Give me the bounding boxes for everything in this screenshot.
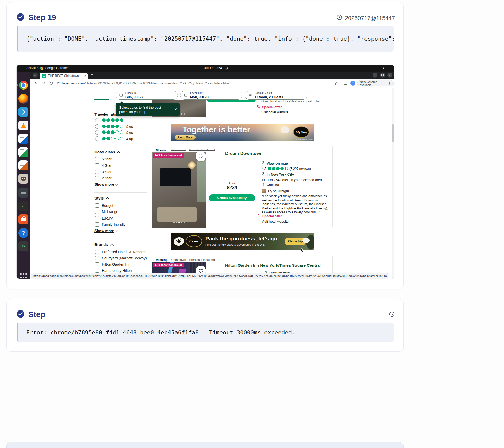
rating-dots [268, 167, 288, 170]
window-close-button[interactable]: × [387, 73, 392, 78]
ad1-legal: © 2025 Mars Or Affiliates [296, 139, 313, 140]
peek-check-availability-button[interactable] [207, 100, 256, 102]
rooms-guests-pill[interactable]: Rooms/Guests1 Room, 2 Guests [245, 91, 307, 100]
style-show-more[interactable]: Show more [95, 229, 117, 233]
tooltip-close-icon[interactable]: ✕ [174, 107, 177, 111]
address-bar[interactable]: tripadvisor.com/Hotels-g60763-zfa3,9,917… [62, 81, 322, 85]
check-availability-button[interactable]: Check availability [209, 194, 255, 201]
forward-icon[interactable] [42, 81, 46, 86]
checkbox[interactable] [95, 216, 99, 220]
price-block: from $234 [209, 182, 255, 190]
chevron-up-icon [110, 244, 114, 247]
checkbox[interactable] [95, 203, 99, 208]
activities-button[interactable]: Activities [26, 66, 39, 70]
update-chrome-chip[interactable]: New Chrome available⋮ [357, 80, 394, 86]
radio[interactable] [95, 118, 99, 122]
tab-close-icon[interactable]: × [84, 74, 86, 78]
filter-hampton[interactable]: Hampton by Hilton [95, 268, 132, 273]
filter-mid-range[interactable]: Mid-range [95, 209, 118, 214]
checkout-pill[interactable]: Check OutMon, Jul 28 [180, 91, 242, 100]
checkbox[interactable] [95, 157, 99, 161]
kebab-menu-icon[interactable]: ⋮ [388, 82, 391, 85]
dock-terminal-icon[interactable]: >_ [18, 201, 28, 211]
carousel-dots[interactable] [152, 222, 206, 223]
back-icon[interactable] [34, 81, 38, 86]
chevron-down-icon [115, 229, 118, 232]
review-quote: “The sleek yet funky design and ambiance… [262, 194, 330, 215]
rating-filter-2[interactable]: & up [95, 136, 133, 141]
price-drop-badge: 17% less than usual [153, 263, 184, 267]
radio[interactable] [95, 124, 99, 129]
view-on-map-link[interactable]: View on map [262, 161, 288, 166]
checkbox[interactable] [95, 222, 99, 227]
dock-recycle-icon[interactable]: ♻ [18, 241, 28, 251]
filter-hilton-garden-inn[interactable]: Hilton Garden Inn [95, 262, 130, 266]
radio[interactable] [95, 130, 99, 135]
hotel-name[interactable]: Dream Downtown [225, 151, 263, 156]
dock-chrome-icon[interactable] [18, 80, 28, 90]
checkbox[interactable] [95, 262, 99, 266]
mydog-ad-banner[interactable]: Together is better Learn More MyDog © 20… [171, 124, 314, 141]
dock-help-icon[interactable]: ? [18, 228, 28, 238]
side-panel-icon[interactable] [343, 81, 348, 86]
checkbox[interactable] [95, 269, 99, 273]
radio[interactable] [95, 136, 99, 141]
window-maximize-button[interactable] [380, 73, 385, 78]
speaker-icon[interactable] [382, 66, 386, 71]
rating-filter-3[interactable]: & up [95, 130, 133, 135]
ad1-learn-more-button[interactable]: Learn More [175, 135, 196, 140]
hotel-class-show-more[interactable]: Show more [95, 182, 117, 186]
reload-icon[interactable] [49, 81, 53, 86]
rating-filter-5[interactable] [95, 118, 126, 122]
filter-luxury[interactable]: Luxury [95, 216, 113, 220]
hotel-card-dream-downtown: Missing:ChinatownBreakfast included 14% … [152, 146, 333, 227]
app-grid-icon[interactable] [18, 273, 28, 279]
dock-gimp-icon[interactable] [18, 174, 28, 184]
filter-courtyard[interactable]: Courtyard (Marriott Bonvoy) [95, 256, 147, 260]
checkbox[interactable] [95, 176, 99, 180]
window-minimize-button[interactable]: – [373, 73, 377, 78]
dock-vlc-icon[interactable] [18, 121, 28, 130]
dock-impress-icon[interactable] [18, 160, 28, 170]
tab-search-chevron[interactable] [33, 73, 38, 78]
power-icon[interactable] [388, 66, 392, 71]
bookmark-star-icon[interactable] [334, 81, 338, 86]
hotel-class-heading[interactable]: Hotel class [95, 150, 120, 154]
filter-budget[interactable]: Budget [95, 203, 113, 208]
dock-software-icon[interactable] [18, 214, 28, 224]
hotel-name[interactable]: Hilton Garden Inn New York/Times Square … [225, 263, 335, 268]
profile-avatar[interactable] [350, 81, 355, 86]
filter-3-star[interactable]: 3 Star [95, 170, 111, 174]
dock-files-icon[interactable] [18, 188, 28, 198]
dock-firefox-icon[interactable] [18, 94, 28, 104]
filter-family-friendly[interactable]: Family-friendly [95, 222, 125, 227]
hotel-photo[interactable] [152, 152, 206, 228]
page-scrollbar[interactable] [392, 88, 394, 279]
style-heading[interactable]: Style [95, 196, 109, 200]
dock-calc-icon[interactable] [18, 147, 28, 157]
dock-writer-icon[interactable] [18, 134, 28, 144]
checkbox[interactable] [95, 163, 99, 167]
rating-filter-4[interactable]: & up [95, 124, 133, 129]
visit-hotel-website-link[interactable]: Visit hotel website [262, 220, 289, 223]
checkbox[interactable] [95, 256, 99, 260]
filter-2-star[interactable]: 2 Star [95, 176, 111, 180]
new-tab-button[interactable]: + [91, 72, 93, 78]
site-settings-icon[interactable] [56, 81, 60, 86]
filter-preferred-hotels[interactable]: Preferred Hotels & Resorts [95, 250, 145, 254]
reviews-link[interactable]: (5,227 reviews) [289, 167, 311, 171]
checkbox[interactable] [95, 250, 99, 254]
update-chrome-label: New Chrome available [360, 80, 386, 86]
checkin-pill[interactable]: Check InSun, Jul 27 [116, 91, 178, 100]
cesar-ad-banner[interactable]: Cesar Pack the goodness, let's go Find p… [171, 233, 314, 250]
dock-vscode-icon[interactable] [18, 107, 28, 117]
checkbox[interactable] [95, 210, 99, 214]
save-heart-button[interactable] [196, 151, 206, 161]
filter-4-star[interactable]: 4 Star [95, 163, 111, 167]
browser-tab[interactable]: THE BEST Chinatown (N × [40, 73, 88, 79]
checkbox[interactable] [95, 170, 99, 174]
peek-visit-link[interactable]: Visit hotel website [261, 110, 288, 114]
brands-heading[interactable]: Brands [95, 242, 113, 247]
scrollbar-thumb[interactable] [392, 124, 394, 142]
filter-5-star[interactable]: 5 Star [95, 157, 111, 161]
